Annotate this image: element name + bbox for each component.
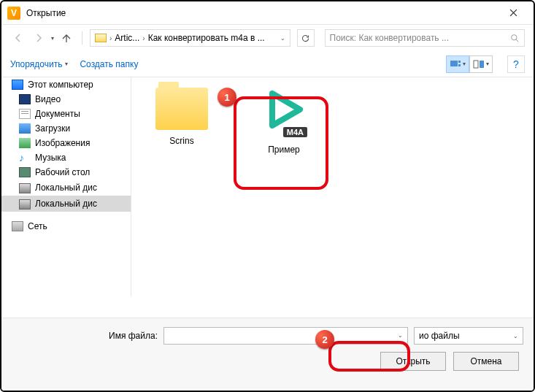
search-placeholder: Поиск: Как конвертировать ... bbox=[330, 33, 511, 43]
sidebar-item-documents[interactable]: Документы bbox=[1, 107, 131, 121]
computer-icon bbox=[12, 80, 23, 90]
annotation-badge: 2 bbox=[315, 330, 334, 349]
sidebar: Этот компьютер Видео Документы Загрузки … bbox=[1, 77, 131, 296]
svg-rect-5 bbox=[480, 61, 484, 68]
sidebar-item-label: Документы bbox=[35, 109, 80, 119]
chevron-down-icon: ▾ bbox=[65, 61, 68, 67]
sidebar-item-desktop[interactable]: Рабочий стол bbox=[1, 165, 131, 180]
arrow-right-icon bbox=[33, 32, 45, 44]
navbar: ▾ › Artic... › Как конвертировать m4a в … bbox=[1, 25, 534, 51]
download-icon bbox=[19, 123, 31, 134]
chevron-icon: › bbox=[142, 34, 145, 42]
help-icon: ? bbox=[513, 58, 519, 70]
desktop-icon bbox=[19, 167, 31, 177]
file-ext-badge: M4A bbox=[283, 127, 307, 137]
breadcrumb[interactable]: › Artic... › Как конвертировать m4a в ..… bbox=[90, 29, 290, 47]
music-icon: ♪ bbox=[19, 153, 31, 163]
arrow-up-icon bbox=[61, 32, 72, 44]
sidebar-item-music[interactable]: ♪Музыка bbox=[1, 150, 131, 165]
search-icon bbox=[510, 34, 520, 43]
recent-dropdown[interactable]: ▾ bbox=[51, 35, 54, 42]
breadcrumb-seg[interactable]: Artic... bbox=[115, 33, 139, 43]
folder-icon bbox=[155, 88, 208, 130]
toolbar: Упорядочить ▾ Создать папку ▾ ▾ ? bbox=[1, 51, 534, 77]
search-input[interactable]: Поиск: Как конвертировать ... bbox=[325, 29, 526, 47]
view-preview-button[interactable]: ▾ bbox=[469, 55, 493, 73]
file-item-m4a[interactable]: M4A Пример bbox=[244, 88, 324, 155]
refresh-button[interactable] bbox=[297, 29, 315, 47]
footer: Имя файла: ⌄ ио файлы⌄ Открыть Отмена bbox=[1, 318, 534, 391]
close-icon bbox=[509, 9, 517, 17]
svg-rect-3 bbox=[458, 64, 461, 66]
preview-pane-icon bbox=[473, 60, 485, 69]
sidebar-item-label: Сеть bbox=[28, 221, 47, 231]
filename-input[interactable]: ⌄ bbox=[163, 327, 408, 345]
window-title: Открытие bbox=[26, 8, 499, 18]
image-icon bbox=[19, 138, 31, 148]
drive-icon bbox=[95, 34, 107, 42]
up-button[interactable] bbox=[58, 30, 74, 46]
body: Этот компьютер Видео Документы Загрузки … bbox=[1, 77, 534, 296]
sidebar-item-label: Этот компьютер bbox=[28, 80, 93, 90]
organize-button[interactable]: Упорядочить ▾ bbox=[10, 59, 68, 69]
sidebar-item-label: Изображения bbox=[35, 138, 90, 148]
chevron-icon: › bbox=[109, 34, 112, 42]
sidebar-item-label: Видео bbox=[35, 94, 61, 104]
sidebar-item-videos[interactable]: Видео bbox=[1, 92, 131, 107]
help-button[interactable]: ? bbox=[507, 55, 525, 73]
svg-rect-1 bbox=[450, 61, 458, 66]
arrow-left-icon bbox=[12, 32, 24, 44]
thumbnails-icon bbox=[450, 60, 461, 69]
filename-label: Имя файла: bbox=[12, 331, 158, 341]
sidebar-item-label: Загрузки bbox=[35, 123, 70, 134]
breadcrumb-seg[interactable]: Как конвертировать m4a в ... bbox=[148, 33, 265, 43]
new-folder-button[interactable]: Создать папку bbox=[80, 59, 138, 69]
back-button[interactable] bbox=[10, 30, 26, 46]
sidebar-item-downloads[interactable]: Загрузки bbox=[1, 121, 131, 136]
video-icon bbox=[19, 94, 31, 104]
filetype-combo[interactable]: ио файлы⌄ bbox=[414, 327, 523, 345]
app-icon: V bbox=[7, 7, 20, 20]
file-label: Пример bbox=[244, 145, 324, 155]
refresh-icon bbox=[301, 34, 310, 43]
m4a-file-icon: M4A bbox=[256, 88, 312, 140]
sidebar-item-localdisk[interactable]: Локальный дис bbox=[1, 196, 131, 212]
sidebar-item-label: Музыка bbox=[35, 153, 66, 163]
sidebar-item-pictures[interactable]: Изображения bbox=[1, 136, 131, 150]
sidebar-item-label: Локальный дис bbox=[35, 182, 97, 193]
folder-item[interactable]: Scrins bbox=[142, 88, 222, 146]
svg-rect-2 bbox=[458, 61, 461, 63]
annotation-badge: 1 bbox=[218, 88, 236, 107]
svg-rect-4 bbox=[474, 61, 478, 68]
sidebar-item-localdisk[interactable]: Локальный дис bbox=[1, 180, 131, 196]
document-icon bbox=[19, 109, 31, 119]
sidebar-item-computer[interactable]: Этот компьютер bbox=[1, 77, 131, 92]
chevron-down-icon[interactable]: ⌄ bbox=[280, 35, 285, 42]
network-icon bbox=[12, 221, 23, 231]
view-icons-button[interactable]: ▾ bbox=[446, 55, 469, 73]
disk-icon bbox=[19, 199, 31, 210]
chevron-down-icon: ⌄ bbox=[513, 333, 518, 339]
file-label: Scrins bbox=[142, 136, 222, 146]
forward-button[interactable] bbox=[31, 30, 47, 46]
view-group: ▾ ▾ bbox=[446, 55, 493, 73]
close-button[interactable] bbox=[499, 1, 528, 24]
cancel-button[interactable]: Отмена bbox=[453, 352, 519, 371]
open-button[interactable]: Открыть bbox=[380, 352, 446, 371]
filetype-label: ио файлы bbox=[419, 331, 460, 341]
chevron-down-icon[interactable]: ⌄ bbox=[398, 332, 403, 339]
sidebar-item-label: Рабочий стол bbox=[35, 167, 90, 177]
svg-point-0 bbox=[512, 34, 517, 39]
disk-icon bbox=[19, 183, 31, 193]
file-list[interactable]: Scrins M4A Пример bbox=[131, 77, 534, 296]
titlebar: V Открытие bbox=[1, 1, 534, 25]
sidebar-item-label: Локальный дис bbox=[35, 199, 97, 209]
sidebar-item-network[interactable]: Сеть bbox=[1, 219, 131, 234]
